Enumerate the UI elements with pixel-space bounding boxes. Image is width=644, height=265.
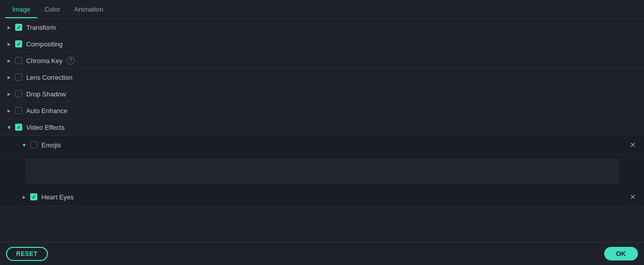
label-heart-eyes: Heart Eyes — [41, 193, 74, 201]
chevron-emojis: ▼ — [20, 141, 28, 149]
bottom-bar: RESET OK — [0, 242, 644, 265]
effect-row-emojis[interactable]: ▼ Emojis ✕ — [0, 136, 644, 154]
tab-image[interactable]: Image — [5, 2, 37, 18]
label-lens-correction: Lens Correction — [26, 74, 73, 81]
close-emojis-button[interactable]: ✕ — [627, 140, 639, 150]
chevron-lens-correction: ► — [5, 73, 13, 81]
checkbox-video-effects[interactable] — [15, 124, 22, 131]
checkbox-chroma-key[interactable] — [15, 57, 22, 64]
label-chroma-key: Chroma Key — [26, 57, 62, 65]
checkbox-transform[interactable] — [15, 24, 22, 31]
video-effects-content: ▼ Emojis ✕ ► Heart Eyes ✕ — [0, 136, 644, 206]
checkbox-heart-eyes[interactable] — [30, 193, 37, 200]
help-icon-chroma-key[interactable]: ? — [67, 57, 75, 65]
label-drop-shadow: Drop Shadow — [26, 90, 66, 98]
checkbox-lens-correction[interactable] — [15, 74, 22, 81]
main-content: ► Transform ► Compositing ► Chroma Key ?… — [0, 19, 644, 242]
emojis-list — [25, 158, 619, 184]
emojis-expanded-area — [0, 154, 644, 188]
label-emojis: Emojis — [41, 141, 61, 149]
reset-button[interactable]: RESET — [6, 247, 48, 261]
checkbox-auto-enhance[interactable] — [15, 107, 22, 114]
chevron-transform: ► — [5, 23, 13, 31]
effect-row-heart-eyes[interactable]: ► Heart Eyes ✕ — [0, 188, 644, 206]
section-chroma-key[interactable]: ► Chroma Key ? — [0, 52, 644, 69]
chevron-compositing: ► — [5, 40, 13, 48]
label-video-effects: Video Effects — [26, 124, 65, 131]
close-heart-eyes-button[interactable]: ✕ — [627, 192, 639, 202]
tab-animation[interactable]: Animation — [67, 2, 110, 18]
section-drop-shadow[interactable]: ► Drop Shadow — [0, 86, 644, 102]
ok-button[interactable]: OK — [604, 247, 638, 260]
label-compositing: Compositing — [26, 40, 62, 48]
chevron-auto-enhance: ► — [5, 107, 13, 115]
chevron-video-effects: ▼ — [5, 123, 13, 131]
chevron-chroma-key: ► — [5, 57, 13, 65]
section-compositing[interactable]: ► Compositing — [0, 36, 644, 52]
section-transform[interactable]: ► Transform — [0, 19, 644, 36]
tab-bar: Image Color Animation — [0, 0, 644, 19]
section-lens-correction[interactable]: ► Lens Correction — [0, 69, 644, 86]
checkbox-drop-shadow[interactable] — [15, 90, 22, 97]
checkbox-compositing[interactable] — [15, 40, 22, 47]
chevron-drop-shadow: ► — [5, 90, 13, 98]
tab-color[interactable]: Color — [37, 2, 67, 18]
section-auto-enhance[interactable]: ► Auto Enhance — [0, 102, 644, 119]
label-transform: Transform — [26, 24, 56, 31]
section-video-effects[interactable]: ▼ Video Effects — [0, 119, 644, 136]
label-auto-enhance: Auto Enhance — [26, 107, 68, 115]
checkbox-emojis[interactable] — [30, 141, 37, 148]
chevron-heart-eyes: ► — [20, 193, 28, 201]
